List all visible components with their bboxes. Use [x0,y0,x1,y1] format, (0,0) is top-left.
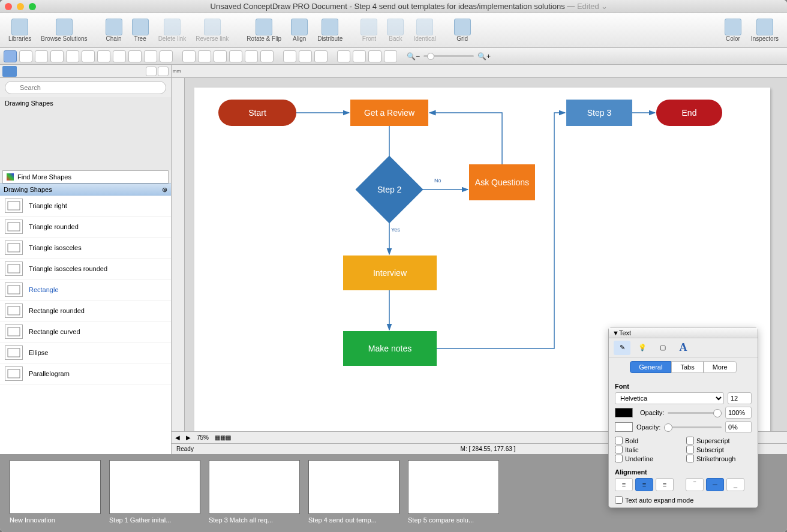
inspector-tab-general[interactable]: General [630,361,671,373]
line-tool-icon[interactable] [182,50,196,62]
group-icon[interactable] [314,50,328,62]
opacity-slider-2[interactable] [664,426,722,428]
rect-tool-icon[interactable] [19,50,32,62]
freehand-tool-icon[interactable] [260,50,274,62]
opacity-field-1[interactable] [725,407,752,419]
sidebar-grid-icon[interactable] [146,67,157,76]
window-maximize-button[interactable] [29,3,36,10]
deletelink-button[interactable]: Delete link [155,17,190,43]
node-interview[interactable]: Interview [343,256,437,290]
drawing-shapes-panel-header[interactable]: Drawing Shapes ⊗ [0,184,171,196]
zoom-slider[interactable] [423,55,474,57]
zoom-out-icon[interactable]: 🔍− [407,52,420,61]
style-italic[interactable]: Italic [615,446,680,453]
node-step2[interactable]: Step 2 [355,155,423,223]
opacity-field-2[interactable] [725,421,752,433]
distribute-button[interactable]: Distribute [314,17,346,43]
sidebar-tree[interactable]: Drawing Shapes [0,97,171,170]
inspectors-button[interactable]: Inspectors [747,17,782,43]
shape-item[interactable]: Triangle isosceles [0,238,171,259]
align-left-button[interactable]: ≡ [615,478,633,491]
node-step3[interactable]: Step 3 [566,100,632,126]
inspector-mode-pen-icon[interactable]: ✎ [614,341,630,355]
connector3-tool-icon[interactable] [97,50,110,62]
zoom-label[interactable]: 75% [197,434,209,441]
style-bold[interactable]: Bold [615,437,680,444]
section-icon[interactable] [299,50,312,62]
sidebar-tab-shapes[interactable] [2,66,17,77]
search-input[interactable] [5,81,166,94]
valign-middle-button[interactable]: ─ [706,478,724,491]
text-color-swatch[interactable] [615,408,633,417]
align-button[interactable]: Align [287,17,311,43]
valign-top-button[interactable]: ‾ [686,478,704,491]
shape-item[interactable]: Triangle isosceles rounded [0,259,171,279]
text-tool-icon[interactable] [50,50,64,62]
back-button[interactable]: Back [383,17,407,43]
connector6-tool-icon[interactable] [144,50,157,62]
node-start[interactable]: Start [218,100,296,126]
connector2-tool-icon[interactable] [82,50,95,62]
zoom-control[interactable]: 🔍− 🔍+ [407,52,491,61]
inspector-tab-more[interactable]: More [704,361,737,373]
tree-button[interactable]: Tree [128,17,152,43]
rotate-button[interactable]: Rotate & Flip [243,17,285,43]
style-superscript[interactable]: Superscript [686,437,752,444]
window-minimize-button[interactable] [17,3,24,10]
shape-item[interactable]: Rectangle curved [0,321,171,342]
shape-item[interactable]: Triangle right [0,196,171,217]
identical-button[interactable]: Identical [410,17,439,43]
front-button[interactable]: Front [357,17,381,43]
view-controls[interactable]: ▦▦▦ [215,434,231,441]
text-inspector[interactable]: ▼Text ✎ 💡 ▢ A GeneralTabsMore Font Helve… [608,327,758,508]
style-strikethrough[interactable]: Strikethrough [686,455,752,462]
edit-points-icon[interactable] [283,50,296,62]
style-subscript[interactable]: Subscript [686,446,752,453]
inspector-title[interactable]: ▼Text [609,327,758,338]
magnify-icon[interactable] [337,50,350,62]
valign-bottom-button[interactable]: _ [726,478,744,491]
connector4-tool-icon[interactable] [113,50,126,62]
shape-item[interactable]: Parallelogram [0,363,171,384]
page-thumb[interactable]: New Innovation [10,460,101,526]
polyline-tool-icon[interactable] [229,50,242,62]
arc-tool-icon[interactable] [214,50,227,62]
pointer-tool-icon[interactable] [4,50,17,62]
font-size-field[interactable] [728,392,752,404]
inspector-tab-tabs[interactable]: Tabs [671,361,703,373]
page-thumb[interactable]: Step 3 Match all req... [209,460,300,526]
curve-tool-icon[interactable] [198,50,211,62]
shape-item[interactable]: Rectangle rounded [0,300,171,321]
window-close-button[interactable] [5,3,12,10]
sidebar-search-icon[interactable] [158,67,169,76]
node-review[interactable]: Get a Review [350,100,428,126]
next-page-icon[interactable]: ▶ [186,434,191,441]
close-icon[interactable]: ⊗ [162,186,167,194]
prev-page-icon[interactable]: ◀ [175,434,180,441]
style-underline[interactable]: Underline [615,455,680,462]
stamp-icon[interactable] [368,50,382,62]
zoom-in-icon[interactable]: 🔍+ [477,52,491,61]
browse-button[interactable]: Browse Solutions [37,17,91,43]
align-right-button[interactable]: ≡ [656,478,674,491]
node-ask[interactable]: Ask Questions [469,164,535,200]
connector7-tool-icon[interactable] [160,50,173,62]
find-more-shapes-button[interactable]: Find More Shapes [2,170,169,184]
inspector-mode-bulb-icon[interactable]: 💡 [634,341,651,355]
shape-item[interactable]: Rectangle [0,279,171,300]
chain-button[interactable]: Chain [102,17,126,43]
connector5-tool-icon[interactable] [128,50,142,62]
grid-button[interactable]: Grid [450,17,474,43]
page-thumb[interactable]: Step 5 compare solu... [408,460,499,526]
node-end[interactable]: End [656,100,722,126]
libraries-button[interactable]: Libraries [5,17,35,43]
eyedropper-icon[interactable] [384,50,397,62]
bezier-tool-icon[interactable] [245,50,258,62]
reverse-button[interactable]: Reverse link [192,17,232,43]
inspector-mode-shadow-icon[interactable]: ▢ [654,341,671,355]
ellipse-tool-icon[interactable] [35,50,48,62]
align-center-button[interactable]: ≡ [635,478,653,491]
page-thumb[interactable]: Step 4 send out temp... [308,460,399,526]
text-bg-swatch[interactable] [615,422,633,432]
hand-icon[interactable] [353,50,366,62]
